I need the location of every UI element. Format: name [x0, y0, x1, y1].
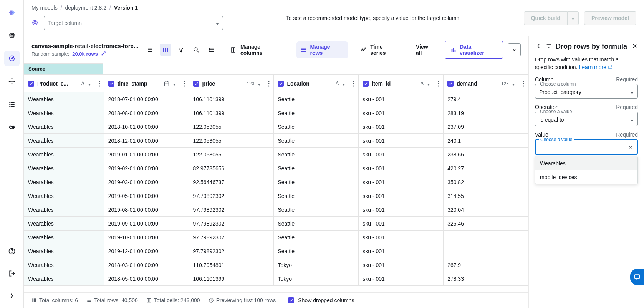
svg-point-19 — [209, 48, 210, 49]
view-all-button[interactable]: View all — [412, 41, 439, 58]
logo-icon[interactable] — [4, 5, 20, 20]
search-icon[interactable] — [190, 44, 202, 56]
expand-nav-icon[interactable] — [4, 288, 20, 303]
svg-rect-46 — [32, 298, 33, 302]
svg-point-33 — [184, 85, 185, 86]
view-list-icon[interactable] — [144, 44, 156, 56]
crumb-models[interactable]: My models — [31, 5, 58, 11]
value-select[interactable]: Choose a value — [535, 139, 638, 155]
svg-point-35 — [268, 83, 270, 84]
rows-link[interactable]: 20.0k rows — [72, 51, 98, 57]
learn-more-link[interactable]: Learn more — [579, 64, 612, 70]
manage-rows-button[interactable]: Manage rows — [296, 41, 348, 58]
filter-icon[interactable] — [175, 44, 187, 56]
edit-icon[interactable] — [101, 51, 106, 57]
back-icon[interactable] — [535, 43, 542, 51]
column-header[interactable]: Product_c...A — [24, 75, 104, 92]
svg-rect-47 — [34, 298, 35, 302]
preview-model-button: Preview model — [584, 11, 636, 25]
svg-rect-48 — [35, 298, 36, 302]
logout-icon[interactable] — [4, 266, 20, 281]
svg-rect-22 — [232, 48, 233, 52]
svg-point-44 — [523, 83, 524, 84]
help-icon[interactable] — [4, 244, 20, 259]
table-row[interactable]: Wearables2018-05-01 00:00:00106.1101399T… — [24, 272, 528, 286]
svg-rect-16 — [165, 48, 166, 52]
hint-text: To see a recommended model type, specify… — [231, 0, 516, 36]
manage-columns-button[interactable]: Manage columns — [227, 41, 288, 58]
steps-icon[interactable] — [206, 44, 217, 56]
operation-select[interactable]: Choose a value Is equal to — [535, 112, 638, 126]
svg-point-31 — [184, 81, 185, 82]
svg-rect-49 — [147, 298, 151, 302]
column-header[interactable]: item_idA — [359, 75, 444, 92]
table-row[interactable]: Wearables2019-01-01 00:00:00122.053055Se… — [24, 148, 528, 161]
option-wearables[interactable]: Wearables — [535, 156, 637, 170]
svg-point-21 — [209, 51, 210, 52]
svg-point-41 — [438, 83, 439, 84]
table-row[interactable]: Wearables2018-08-01 00:00:00106.1101399S… — [24, 106, 528, 120]
svg-point-20 — [209, 49, 210, 50]
breadcrumb: My models/ deployment 2.8.2/ Version 1 — [31, 5, 223, 11]
svg-point-3 — [11, 81, 12, 82]
svg-point-9 — [12, 126, 15, 129]
chat-fab[interactable] — [630, 269, 644, 285]
target-column-select[interactable]: Target column — [44, 16, 223, 30]
chip-icon[interactable] — [4, 28, 20, 43]
column-header[interactable]: price123 — [189, 75, 274, 92]
more-button[interactable] — [508, 43, 521, 56]
svg-point-36 — [268, 85, 270, 86]
svg-point-38 — [353, 83, 354, 84]
sample-label: Random sample: — [31, 51, 69, 57]
svg-point-34 — [268, 81, 270, 82]
table-row[interactable]: Wearables2019-03-01 00:00:0092.56446737S… — [24, 175, 528, 189]
value-dropdown: Wearables mobile_devices — [535, 156, 638, 184]
target-icon — [31, 19, 38, 27]
column-header[interactable]: demand123 — [444, 75, 528, 92]
data-table: Product_c...A time_stamp price123 Locati… — [24, 74, 528, 286]
svg-point-8 — [9, 126, 12, 129]
svg-point-18 — [194, 48, 197, 51]
table-row[interactable]: Wearables2019-12-01 00:00:0097.79892302S… — [24, 244, 528, 258]
svg-point-4 — [11, 78, 12, 79]
data-visualizer-button[interactable]: Data visualizer — [445, 41, 503, 59]
crumb-deployment[interactable]: deployment 2.8.2 — [65, 5, 106, 11]
refresh-icon[interactable] — [4, 51, 20, 66]
svg-rect-23 — [233, 48, 235, 52]
table-row[interactable]: Wearables2019-05-01 00:00:0097.79892302S… — [24, 189, 528, 203]
view-grid-icon[interactable] — [160, 44, 171, 56]
toggle-icon[interactable] — [4, 120, 20, 135]
table-row[interactable]: Wearables2018-10-01 00:00:00122.053055Se… — [24, 120, 528, 134]
total-cells: Total cells: 243,000 — [146, 297, 200, 303]
column-select[interactable]: Choose a column Product_category — [535, 84, 638, 99]
svg-point-37 — [353, 81, 354, 82]
table-row[interactable]: Wearables2018-12-01 00:00:00122.053055Se… — [24, 134, 528, 148]
topbar: My models/ deployment 2.8.2/ Version 1 T… — [24, 0, 644, 36]
svg-point-28 — [99, 83, 100, 84]
clear-icon[interactable] — [628, 145, 633, 151]
drop-rows-panel: Drop rows by formula Drop rows with valu… — [529, 36, 644, 308]
show-dropped-checkbox[interactable] — [288, 297, 294, 303]
svg-point-45 — [523, 85, 524, 86]
svg-point-5 — [11, 83, 12, 84]
column-header[interactable]: LocationA — [274, 75, 359, 92]
table-row[interactable]: Wearables2019-08-01 00:00:0097.79892302S… — [24, 203, 528, 217]
column-header[interactable]: time_stamp — [104, 75, 189, 92]
dataset-title: canvas-sample-retail-electronics-fore... — [31, 43, 139, 49]
table-row[interactable]: Wearables2019-09-01 00:00:0097.79892302S… — [24, 217, 528, 231]
table-row[interactable]: Wearables2019-02-01 00:00:0082.97735656S… — [24, 161, 528, 175]
close-icon[interactable] — [632, 43, 638, 50]
svg-point-43 — [523, 81, 524, 82]
list-icon[interactable] — [4, 97, 20, 112]
time-series-button[interactable]: Time series — [356, 41, 404, 58]
hub-icon[interactable] — [4, 74, 20, 89]
svg-point-42 — [438, 85, 439, 86]
show-dropped-label: Show dropped columns — [298, 297, 354, 303]
svg-point-29 — [99, 85, 100, 86]
total-cols: Total columns: 6 — [31, 297, 78, 303]
option-mobile-devices[interactable]: mobile_devices — [535, 170, 637, 184]
table-row[interactable]: Wearables2018-07-01 00:00:00106.1101399S… — [24, 92, 528, 106]
table-row[interactable]: Wearables2019-10-01 00:00:0097.79892302S… — [24, 231, 528, 244]
table-row[interactable]: Wearables2018-03-01 00:00:00110.7954801T… — [24, 258, 528, 272]
svg-rect-25 — [453, 48, 454, 52]
